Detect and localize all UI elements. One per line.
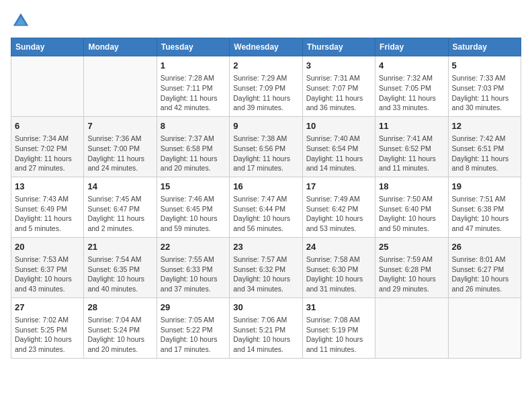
weekday-header: Sunday (11, 38, 84, 56)
day-info: Daylight: 11 hours and 24 minutes. (87, 154, 152, 173)
day-info: Daylight: 10 hours and 47 minutes. (452, 214, 517, 233)
calendar-cell: 25Sunrise: 7:59 AMSunset: 6:28 PMDayligh… (375, 237, 448, 298)
day-info: Sunrise: 7:42 AM (452, 134, 517, 144)
day-number: 23 (233, 241, 298, 253)
day-number: 3 (306, 60, 371, 72)
calendar-table: SundayMondayTuesdayWednesdayThursdayFrid… (11, 38, 521, 359)
day-info: Sunrise: 7:33 AM (452, 73, 517, 83)
day-number: 5 (452, 60, 517, 72)
day-info: Daylight: 10 hours and 53 minutes. (306, 214, 371, 233)
day-info: Daylight: 10 hours and 43 minutes. (15, 274, 80, 293)
day-number: 27 (15, 302, 80, 314)
day-info: Sunset: 6:44 PM (233, 204, 298, 214)
weekday-header: Wednesday (230, 38, 302, 56)
day-info: Sunset: 6:38 PM (452, 204, 517, 214)
day-info: Sunrise: 7:58 AM (306, 255, 371, 265)
day-info: Daylight: 10 hours and 56 minutes. (233, 214, 298, 233)
day-info: Sunset: 5:21 PM (233, 325, 298, 335)
calendar-cell (448, 298, 521, 358)
day-info: Sunrise: 7:31 AM (306, 73, 371, 83)
day-info: Sunrise: 8:01 AM (452, 255, 517, 265)
day-info: Sunrise: 7:05 AM (161, 315, 226, 325)
day-info: Sunrise: 7:47 AM (233, 194, 298, 204)
day-info: Sunset: 5:22 PM (161, 325, 226, 335)
day-info: Daylight: 11 hours and 11 minutes. (379, 154, 444, 173)
day-info: Sunset: 7:07 PM (306, 83, 371, 93)
weekday-header: Thursday (302, 38, 375, 56)
day-number: 10 (306, 120, 371, 132)
day-info: Daylight: 11 hours and 30 minutes. (452, 93, 517, 113)
day-info: Sunset: 6:49 PM (15, 204, 80, 214)
day-info: Daylight: 10 hours and 37 minutes. (161, 274, 226, 293)
day-info: Sunrise: 7:40 AM (306, 134, 371, 144)
day-info: Daylight: 11 hours and 14 minutes. (306, 154, 371, 173)
calendar-cell (11, 56, 84, 117)
day-number: 11 (379, 120, 444, 132)
day-number: 1 (161, 60, 226, 72)
calendar-cell (84, 56, 157, 117)
day-info: Daylight: 11 hours and 33 minutes. (379, 93, 444, 113)
day-number: 31 (306, 302, 371, 314)
day-info: Daylight: 10 hours and 50 minutes. (379, 214, 444, 233)
day-number: 9 (233, 120, 298, 132)
weekday-header: Saturday (448, 38, 521, 56)
day-info: Sunset: 6:47 PM (87, 204, 152, 214)
calendar-cell: 5Sunrise: 7:33 AMSunset: 7:03 PMDaylight… (448, 56, 521, 117)
day-info: Sunrise: 7:28 AM (161, 73, 226, 83)
day-number: 16 (233, 181, 298, 193)
day-info: Daylight: 10 hours and 17 minutes. (161, 334, 226, 354)
weekday-header: Monday (84, 38, 157, 56)
calendar-cell: 11Sunrise: 7:41 AMSunset: 6:52 PMDayligh… (375, 116, 448, 177)
day-info: Sunset: 5:19 PM (306, 325, 371, 335)
day-info: Sunset: 5:24 PM (87, 325, 152, 335)
day-info: Daylight: 10 hours and 14 minutes. (233, 334, 298, 354)
day-info: Sunrise: 7:57 AM (233, 255, 298, 265)
calendar-cell: 1Sunrise: 7:28 AMSunset: 7:11 PMDaylight… (157, 56, 229, 117)
day-number: 21 (87, 241, 152, 253)
day-info: Daylight: 11 hours and 8 minutes. (452, 154, 517, 173)
day-number: 15 (161, 181, 226, 193)
day-number: 13 (15, 181, 80, 193)
day-info: Sunrise: 7:32 AM (379, 73, 444, 83)
day-info: Sunrise: 7:49 AM (306, 194, 371, 204)
calendar-cell: 26Sunrise: 8:01 AMSunset: 6:27 PMDayligh… (448, 237, 521, 298)
day-number: 22 (161, 241, 226, 253)
day-info: Sunset: 6:56 PM (233, 144, 298, 154)
day-info: Sunrise: 7:36 AM (87, 134, 152, 144)
day-info: Sunset: 6:40 PM (379, 204, 444, 214)
day-number: 18 (379, 181, 444, 193)
day-info: Sunrise: 7:55 AM (161, 255, 226, 265)
day-number: 2 (233, 60, 298, 72)
weekday-header: Tuesday (157, 38, 229, 56)
day-info: Sunset: 6:58 PM (161, 144, 226, 154)
day-info: Sunset: 7:02 PM (15, 144, 80, 154)
calendar-cell: 13Sunrise: 7:43 AMSunset: 6:49 PMDayligh… (11, 177, 84, 237)
calendar-cell: 30Sunrise: 7:06 AMSunset: 5:21 PMDayligh… (230, 298, 302, 358)
calendar-cell: 31Sunrise: 7:08 AMSunset: 5:19 PMDayligh… (302, 298, 375, 358)
calendar-cell: 18Sunrise: 7:50 AMSunset: 6:40 PMDayligh… (375, 177, 448, 237)
day-number: 30 (233, 302, 298, 314)
day-info: Sunrise: 7:46 AM (161, 194, 226, 204)
page-header (11, 11, 521, 31)
day-number: 29 (161, 302, 226, 314)
day-info: Daylight: 10 hours and 31 minutes. (306, 274, 371, 293)
day-number: 24 (306, 241, 371, 253)
calendar-cell: 14Sunrise: 7:45 AMSunset: 6:47 PMDayligh… (84, 177, 157, 237)
day-number: 6 (15, 120, 80, 132)
day-info: Sunset: 6:30 PM (306, 265, 371, 275)
day-number: 17 (306, 181, 371, 193)
logo (11, 11, 34, 31)
day-info: Sunset: 6:51 PM (452, 144, 517, 154)
calendar-cell: 2Sunrise: 7:29 AMSunset: 7:09 PMDaylight… (230, 56, 302, 117)
day-info: Sunset: 7:09 PM (233, 83, 298, 93)
calendar-cell: 12Sunrise: 7:42 AMSunset: 6:51 PMDayligh… (448, 116, 521, 177)
day-info: Sunset: 6:52 PM (379, 144, 444, 154)
day-info: Daylight: 10 hours and 40 minutes. (87, 274, 152, 293)
day-info: Daylight: 10 hours and 26 minutes. (452, 274, 517, 293)
calendar-cell: 20Sunrise: 7:53 AMSunset: 6:37 PMDayligh… (11, 237, 84, 298)
day-info: Sunrise: 7:41 AM (379, 134, 444, 144)
day-info: Daylight: 11 hours and 2 minutes. (87, 214, 152, 233)
day-info: Sunrise: 7:45 AM (87, 194, 152, 204)
weekday-header: Friday (375, 38, 448, 56)
calendar-cell: 29Sunrise: 7:05 AMSunset: 5:22 PMDayligh… (157, 298, 229, 358)
